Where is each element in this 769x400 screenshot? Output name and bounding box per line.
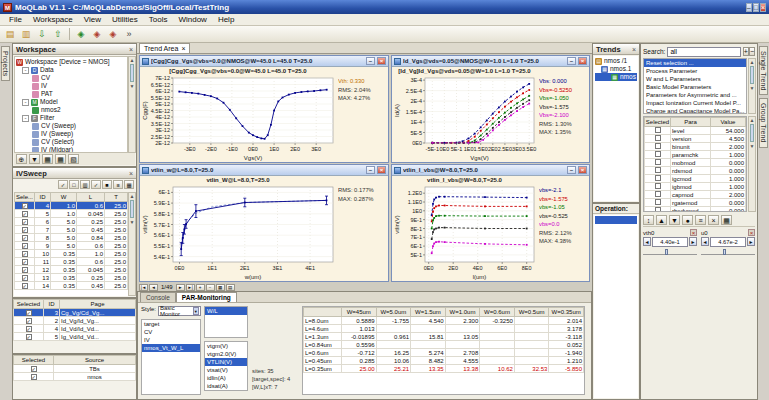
checkbox[interactable] [655,159,661,165]
column-header[interactable]: W=0.6um [480,308,515,317]
import-table-icon[interactable]: ▦ [42,154,53,164]
checkbox[interactable]: ✓ [31,374,37,380]
select-all-icon[interactable]: ✓ [58,180,68,189]
tile-pages-button[interactable]: ▦ [216,284,225,291]
menu-item-tools[interactable]: Tools [144,14,173,25]
plot-window-titlebar[interactable]: vtlin_l_vbs@W=8.0,T=25.0 – × [392,165,589,176]
table-row[interactable]: ✓120.350.04525.0 [15,266,128,274]
param-table-scrollbar[interactable]: ▲▼ [748,116,756,212]
next-page-button[interactable]: ► [176,284,185,291]
checkbox[interactable] [655,151,661,157]
close-window-icon[interactable]: × [578,166,587,174]
table-row[interactable]: ✓TBs [14,365,136,373]
close-icon[interactable]: × [129,170,133,177]
export-table-icon[interactable]: ▧ [68,154,79,164]
maximize-button[interactable]: □ [753,3,759,12]
checkbox[interactable]: ✓ [22,251,28,257]
table-row[interactable]: ✓100.351.025.0 [15,250,128,258]
checkbox[interactable]: ✓ [22,243,28,249]
show-columns-icon[interactable]: ▥ [80,180,90,189]
monitor-row[interactable]: L=0.45um0.28510.068.4824.5551.210 [304,357,584,365]
checkbox[interactable] [655,207,661,212]
column-header[interactable]: W=0.5um [514,308,549,317]
slider-thumb[interactable] [665,249,668,255]
plot-window-titlebar[interactable]: Id_Vgs@vds=0.05@NMOS@W=1.0 L=1.0 T=25.0 … [392,56,589,67]
open-workspace-icon[interactable]: ▥ [19,27,33,41]
column-header[interactable] [304,308,342,317]
checkbox[interactable] [655,143,661,149]
expand-all-button[interactable]: + [743,47,749,56]
table-row[interactable]: ✓110.350.625.0 [15,258,128,266]
prev-page-button[interactable]: ◄ [149,284,158,291]
checkbox[interactable] [655,167,661,173]
list-item[interactable]: vtsat(V) [205,366,247,374]
list-item[interactable]: idsat(A) [205,382,247,390]
column-header[interactable]: W=1.0um [445,308,480,317]
column-header[interactable]: Selected [14,300,44,309]
param-slider[interactable] [701,249,755,255]
checkbox[interactable]: ✓ [22,275,28,281]
monitor-row[interactable]: L=0.35um25.0025.2113.3513.3810.6232.53-5… [304,365,584,373]
minimize-window-icon[interactable]: – [366,166,375,174]
column-header[interactable]: ID [44,300,60,309]
workspace-scrollbar[interactable]: ▲▼ [128,56,136,153]
export-data-icon[interactable]: ⇧ [51,27,65,41]
add-item-icon[interactable]: ⊕ [16,154,27,164]
table-row[interactable]: ✓41.00.625.0 [15,202,128,210]
remove-page-button[interactable]: − [206,284,215,291]
tree-group-filter[interactable]: -FFilter [16,114,126,122]
last-page-button[interactable]: ►| [186,284,195,291]
tree-item[interactable]: CV [16,74,126,82]
table-row[interactable]: ✓4Id_Vd/Id_Vd... [14,325,136,333]
list-item[interactable]: IV [142,336,200,344]
monitor-row[interactable]: L=1.3um-0.018950.96115.8113.05-3.118 [304,333,584,341]
tree-group-data[interactable]: -DData [16,66,126,74]
checkbox[interactable] [655,135,661,141]
tab-trend-area[interactable]: Trend Area × [139,43,190,53]
param-row[interactable]: mobmod0.000 [645,159,746,167]
tab-group-trend[interactable]: Group Trend [759,98,768,147]
close-tab-icon[interactable]: × [181,44,185,53]
tree-item[interactable]: PAT [16,90,126,98]
clear-icon[interactable]: × [708,215,719,225]
tree-item[interactable]: IV (Midpar) [16,146,126,153]
list-item[interactable]: CV [142,328,200,336]
list-item[interactable]: VTLIN(V) [205,358,247,366]
table-row[interactable]: ✓140.350.4525.0 [15,282,128,290]
column-header[interactable]: Sele... [15,193,35,202]
column-header[interactable]: Value [711,118,746,127]
increment-button[interactable]: ► [689,237,697,246]
table-row[interactable]: ✓5Ig_Vd/Id_Vd... [14,333,136,341]
close-icon[interactable]: × [129,46,133,53]
table-row[interactable]: ✓3Cg_Vg/Cd_Vg... [14,309,136,317]
checkbox[interactable]: ✓ [26,318,32,324]
tree-item[interactable]: CV (Select) [16,138,126,146]
decrement-button[interactable]: ◄ [643,237,651,246]
table-row[interactable]: ✓130.350.2525.0 [15,274,128,282]
table-row[interactable]: ✓65.00.2525.0 [15,218,128,226]
table-row[interactable]: ✓nmos [14,373,136,381]
list-item[interactable]: W and L Parameters [644,75,746,83]
trends-panel-header[interactable]: Trends × [593,44,639,55]
tree-item[interactable]: IV [16,82,126,90]
column-header[interactable]: Source [54,356,136,365]
grid-view-icon[interactable]: ▦ [124,180,134,189]
grid-icon[interactable]: ▦ [721,215,732,225]
tab-projects[interactable]: Projects [1,46,10,81]
checkbox[interactable]: ✓ [22,219,28,225]
workspace-root-node[interactable]: WWorkspace [Device = NMOS] [16,58,126,66]
list-item[interactable]: Impact Ionization Current Model P... [644,99,746,107]
link-model-icon[interactable]: ◈ [74,27,88,41]
list-item[interactable]: vtgm(V) [205,342,247,350]
checkbox[interactable] [655,175,661,181]
minimize-window-icon[interactable]: – [366,57,375,65]
table-icon[interactable]: ▦ [55,154,66,164]
block-icon[interactable]: ■ [102,180,112,189]
plot-window-titlebar[interactable]: vtlin_w@L=8.0,T=25.0 – × [140,165,388,176]
menu-item-file[interactable]: File [4,14,27,25]
checkbox[interactable]: ✓ [22,203,28,209]
checkbox[interactable]: ✓ [26,310,32,316]
param-row[interactable]: capmod2.000 [645,191,746,199]
tab-console[interactable]: Console [140,292,176,302]
import-data-icon[interactable]: ⇩ [35,27,49,41]
